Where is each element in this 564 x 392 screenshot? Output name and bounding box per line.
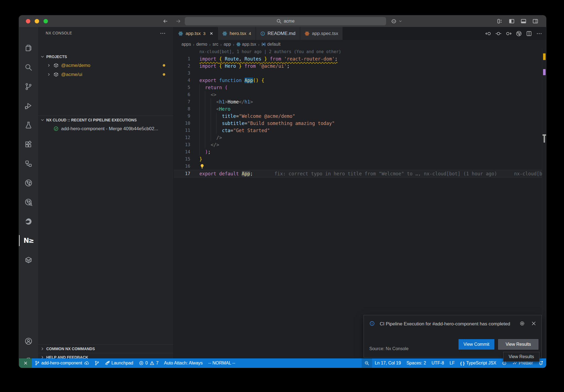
code-line-10[interactable]: 10 subtitle="Build something amazing tod… <box>174 120 542 127</box>
status-eol[interactable]: LF <box>447 358 457 368</box>
code-line-1[interactable]: 1import { Route, Routes } from 'react-ro… <box>174 55 542 62</box>
activity-item-nx-console[interactable]: N≥ <box>19 232 38 249</box>
status-cursor-position[interactable]: Ln 17, Col 19 <box>372 358 404 368</box>
search-icon <box>25 63 32 71</box>
breadcrumb-item-app[interactable]: app <box>224 42 231 47</box>
code-line-17[interactable]: 17nx-cloud[bexport default App;fix: corr… <box>174 170 542 178</box>
command-center-search[interactable]: acme <box>185 17 386 25</box>
activity-item-accounts[interactable] <box>19 332 38 350</box>
code-line-11[interactable]: 11 cta="Get Started" <box>174 127 542 134</box>
view-results-button[interactable]: View Results <box>498 339 538 350</box>
sidebar-item-label: add-hero-component - Merge 409b44e5cb02.… <box>61 126 158 132</box>
git-blame-header: nx-cloud[bot], 1 hour ago | 2 authors (Y… <box>199 49 341 54</box>
tab-app-spec-tsx[interactable]: app.spec.tsx <box>300 27 343 40</box>
prev-change-icon[interactable] <box>485 31 491 37</box>
status-git-branch-item[interactable]: add-hero-component <box>32 358 92 368</box>
activity-item-containers[interactable] <box>19 251 38 269</box>
notification-settings-icon[interactable] <box>519 321 525 326</box>
sidebar-item-add-hero-component-merge-409b44e5cb02-[interactable]: add-hero-component - Merge 409b44e5cb02.… <box>38 124 173 133</box>
notification-close-icon[interactable] <box>531 321 536 326</box>
line-number: 15 <box>174 156 190 163</box>
tab-hero-tsx[interactable]: hero.tsx4 <box>218 27 256 40</box>
breadcrumb-item-src[interactable]: src <box>213 42 218 47</box>
package-icon <box>53 63 59 68</box>
status-zoom-indicator[interactable] <box>362 358 372 368</box>
status-encoding[interactable]: UTF-8 <box>429 358 447 368</box>
modified-dot <box>163 64 165 67</box>
line-number: 14 <box>174 148 190 156</box>
activity-item-project-hierarchy[interactable] <box>19 155 38 172</box>
code-line-2[interactable]: 2import { Hero } from '@acme/ui'; <box>174 62 542 70</box>
activity-item-edge-devtools[interactable] <box>19 213 38 230</box>
line-text: <h1>Home</h1> <box>199 98 253 105</box>
customize-layout-icon[interactable] <box>496 18 503 25</box>
status-auto-attach[interactable]: Auto Attach: Always <box>161 358 206 368</box>
forward-arrow-icon[interactable] <box>175 18 182 25</box>
activity-item-source-control[interactable] <box>19 78 38 95</box>
zoom-out-icon <box>364 361 369 366</box>
more-actions-icon[interactable] <box>160 30 166 36</box>
breadcrumb-label: app.tsx <box>242 42 256 47</box>
tab-close-icon[interactable]: ✕ <box>210 31 213 36</box>
toggle-panel-bottom-icon[interactable] <box>520 18 527 25</box>
traffic-lights <box>26 19 48 23</box>
copilot-menu[interactable] <box>390 18 402 25</box>
sidebar-section-nx-cloud-recent-ci-pipeline-executions[interactable]: NX CLOUD :: RECENT CI PIPELINE EXECUTION… <box>38 116 173 124</box>
circle-branch-icon[interactable] <box>516 31 522 37</box>
react-icon <box>178 31 183 36</box>
code-line-13[interactable]: 13 </> <box>174 141 542 148</box>
activity-item-explorer[interactable] <box>19 39 38 57</box>
status-language-mode[interactable]: { }TypeScript JSX <box>457 358 499 368</box>
status-problems[interactable]: 07 <box>136 358 161 368</box>
overview-ruler[interactable] <box>542 49 546 358</box>
activity-item-run-and-debug[interactable] <box>19 97 38 115</box>
status-remote-indicator[interactable] <box>19 358 32 368</box>
code-line-4[interactable]: 4export function App() { <box>174 77 542 84</box>
code-line-3[interactable]: 3 <box>174 70 542 77</box>
toggle-panel-right-icon[interactable] <box>532 18 539 25</box>
back-arrow-icon[interactable] <box>162 18 169 25</box>
activity-item-search[interactable] <box>19 58 38 76</box>
status-vim-mode[interactable]: -- NORMAL -- <box>205 358 238 368</box>
next-change-icon[interactable] <box>506 31 512 37</box>
sidebar-item--acme-ui[interactable]: @acme/ui <box>38 70 173 79</box>
current-change-icon[interactable] <box>495 31 501 37</box>
indent-guide <box>199 84 200 156</box>
breadcrumb-item-demo[interactable]: demo <box>196 42 207 47</box>
code-line-12[interactable]: 12 /> <box>174 134 542 141</box>
status-launchpad[interactable]: Launchpad <box>102 358 136 368</box>
sidebar-title: NX CONSOLE <box>46 31 72 35</box>
code-line-14[interactable]: 14 ); <box>174 148 542 156</box>
status-label: Spaces: 2 <box>406 361 426 366</box>
minimize-window-button[interactable] <box>35 19 39 23</box>
code-line-9[interactable]: 9 title="Welcome @acme/demo" <box>174 113 542 120</box>
code-line-6[interactable]: 6 <> <box>174 91 542 98</box>
activity-item-commit-search[interactable] <box>19 193 38 211</box>
sidebar-section-common-nx-commands[interactable]: COMMON NX COMMANDS <box>38 344 173 353</box>
zoom-window-button[interactable] <box>44 19 48 23</box>
activity-item-git-graph[interactable] <box>19 174 38 192</box>
activity-item-testing[interactable] <box>19 116 38 134</box>
split-editor-icon[interactable] <box>526 31 532 37</box>
code-line-7[interactable]: 7 <h1>Home</h1> <box>174 98 542 105</box>
code-line-15[interactable]: 15} <box>174 156 542 163</box>
code-line-8[interactable]: 8 <Hero <box>174 105 542 113</box>
tab-readme-md[interactable]: README.md <box>256 27 300 40</box>
breadcrumb-item-app-tsx[interactable]: app.tsx <box>236 42 256 47</box>
more-icon[interactable] <box>536 31 542 37</box>
line-text: </> <box>199 141 219 148</box>
sidebar-item--acme-demo[interactable]: @acme/demo <box>38 61 173 70</box>
code-editor[interactable]: nx-cloud[bot], 1 hour ago | 2 authors (Y… <box>174 49 546 358</box>
breadcrumb-item-apps[interactable]: apps <box>181 42 191 47</box>
toggle-panel-left-icon[interactable] <box>508 18 515 25</box>
status-indentation[interactable]: Spaces: 2 <box>404 358 429 368</box>
close-window-button[interactable] <box>26 19 30 23</box>
code-line-16[interactable]: 16 <box>174 163 542 170</box>
tab-app-tsx[interactable]: app.tsx3✕ <box>174 27 218 40</box>
sidebar-section-projects[interactable]: PROJECTS <box>38 52 173 61</box>
code-line-5[interactable]: 5 return ( <box>174 84 542 91</box>
breadcrumb-item-default[interactable]: default <box>261 42 280 47</box>
activity-item-extensions[interactable] <box>19 135 38 153</box>
view-commit-button[interactable]: View Commit <box>459 339 494 350</box>
status-git-graph-item[interactable] <box>92 358 102 368</box>
